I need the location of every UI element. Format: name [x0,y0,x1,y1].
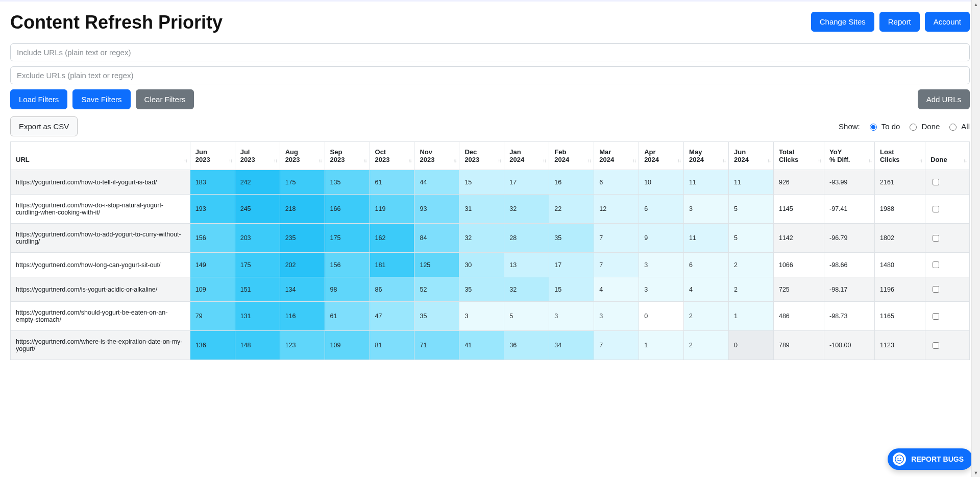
include-urls-input[interactable] [10,43,970,61]
table-row: https://yogurtnerd.com/should-yogurt-be-… [11,302,970,331]
col-header-month-9[interactable]: Mar2024↑↓ [594,142,639,170]
report-button[interactable]: Report [879,12,920,32]
col-header-lost[interactable]: LostClicks↑↓ [875,142,925,170]
month-cell: 11 [684,170,729,195]
sort-icon: ↑↓ [868,158,871,163]
col-header-month-12[interactable]: Jun2024↑↓ [729,142,774,170]
month-cell: 3 [459,302,504,331]
col-header-total[interactable]: TotalClicks↑↓ [773,142,824,170]
lost-cell: 1988 [875,195,925,224]
sort-icon: ↑↓ [408,158,411,163]
month-cell: 148 [235,331,280,360]
url-cell[interactable]: https://yogurtnerd.com/how-do-i-stop-nat… [11,195,190,224]
show-done-radio[interactable] [910,124,917,131]
month-cell: 32 [459,224,504,253]
show-all-radio[interactable] [949,124,957,131]
clear-filters-button[interactable]: Clear Filters [136,89,194,109]
month-cell: 31 [459,195,504,224]
col-header-month-4[interactable]: Oct2023↑↓ [370,142,414,170]
url-cell[interactable]: https://yogurtnerd.com/is-yogurt-acidic-… [11,277,190,302]
yoy-cell: -98.73 [824,302,875,331]
url-cell[interactable]: https://yogurtnerd.com/should-yogurt-be-… [11,302,190,331]
url-cell[interactable]: https://yogurtnerd.com/how-to-add-yogurt… [11,224,190,253]
show-todo-radio[interactable] [870,124,877,131]
lost-cell: 1802 [875,224,925,253]
vertical-scrollbar[interactable]: ▲ ▼ [971,0,980,370]
month-cell: 0 [639,302,684,331]
sort-icon: ↑↓ [363,158,366,163]
month-cell: 136 [190,331,235,360]
show-done-option[interactable]: Done [907,122,940,131]
month-cell: 203 [235,224,280,253]
col-header-url[interactable]: URL↑↓ [11,142,190,170]
sort-icon: ↑↓ [767,158,770,163]
table-row: https://yogurtnerd.com/how-long-can-yogu… [11,253,970,277]
show-filter-group: Show: To do Done All [839,122,970,131]
total-cell: 486 [773,302,824,331]
done-checkbox[interactable] [933,286,939,293]
month-cell: 35 [459,277,504,302]
sort-icon: ↑↓ [274,158,277,163]
url-cell[interactable]: https://yogurtnerd.com/how-long-can-yogu… [11,253,190,277]
sort-icon: ↑↓ [453,158,456,163]
scroll-up-arrow[interactable]: ▲ [972,0,980,9]
month-cell: 3 [639,253,684,277]
col-header-month-11[interactable]: May2024↑↓ [684,142,729,170]
month-cell: 1 [729,302,774,331]
month-cell: 6 [684,253,729,277]
month-cell: 61 [370,170,414,195]
done-cell [925,277,970,302]
month-cell: 131 [235,302,280,331]
done-checkbox[interactable] [933,179,939,185]
done-cell [925,302,970,331]
account-button[interactable]: Account [925,12,970,32]
table-row: https://yogurtnerd.com/how-to-add-yogurt… [11,224,970,253]
add-urls-button[interactable]: Add URLs [918,89,970,109]
col-header-month-10[interactable]: Apr2024↑↓ [639,142,684,170]
url-cell[interactable]: https://yogurtnerd.com/how-to-tell-if-yo… [11,170,190,195]
sort-icon: ↑↓ [722,158,725,163]
month-cell: 13 [504,253,549,277]
done-checkbox[interactable] [933,342,939,349]
month-cell: 11 [684,224,729,253]
month-cell: 162 [370,224,414,253]
done-checkbox[interactable] [933,235,939,242]
exclude-urls-input[interactable] [10,66,970,84]
show-label: Show: [839,122,860,131]
col-header-yoy[interactable]: YoY% Diff.↑↓ [824,142,875,170]
col-header-month-6[interactable]: Dec2023↑↓ [459,142,504,170]
sort-icon: ↑↓ [318,158,322,163]
lost-cell: 1165 [875,302,925,331]
col-header-month-3[interactable]: Sep2023↑↓ [325,142,370,170]
top-buttons: Change Sites Report Account [811,12,970,32]
month-cell: 6 [639,195,684,224]
done-cell [925,195,970,224]
export-csv-button[interactable]: Export as CSV [10,116,78,136]
yoy-cell: -93.99 [824,170,875,195]
change-sites-button[interactable]: Change Sites [811,12,874,32]
col-header-month-8[interactable]: Feb2024↑↓ [549,142,594,170]
url-cell[interactable]: https://yogurtnerd.com/where-is-the-expi… [11,331,190,360]
col-header-month-1[interactable]: Jul2023↑↓ [235,142,280,170]
month-cell: 5 [729,224,774,253]
done-checkbox[interactable] [933,261,939,268]
month-cell: 61 [325,302,370,331]
show-todo-option[interactable]: To do [867,122,900,131]
done-checkbox[interactable] [933,206,939,212]
done-checkbox[interactable] [933,313,939,320]
load-filters-button[interactable]: Load Filters [10,89,67,109]
show-all-option[interactable]: All [947,122,970,131]
col-header-month-5[interactable]: Nov2023↑↓ [414,142,459,170]
total-cell: 725 [773,277,824,302]
month-cell: 41 [459,331,504,360]
data-table: URL↑↓Jun2023↑↓Jul2023↑↓Aug2023↑↓Sep2023↑… [10,141,970,360]
month-cell: 156 [325,253,370,277]
month-cell: 47 [370,302,414,331]
month-cell: 109 [325,331,370,360]
month-cell: 175 [235,253,280,277]
col-header-done[interactable]: Done↑↓ [925,142,970,170]
save-filters-button[interactable]: Save Filters [72,89,130,109]
col-header-month-0[interactable]: Jun2023↑↓ [190,142,235,170]
col-header-month-2[interactable]: Aug2023↑↓ [280,142,325,170]
col-header-month-7[interactable]: Jan2024↑↓ [504,142,549,170]
